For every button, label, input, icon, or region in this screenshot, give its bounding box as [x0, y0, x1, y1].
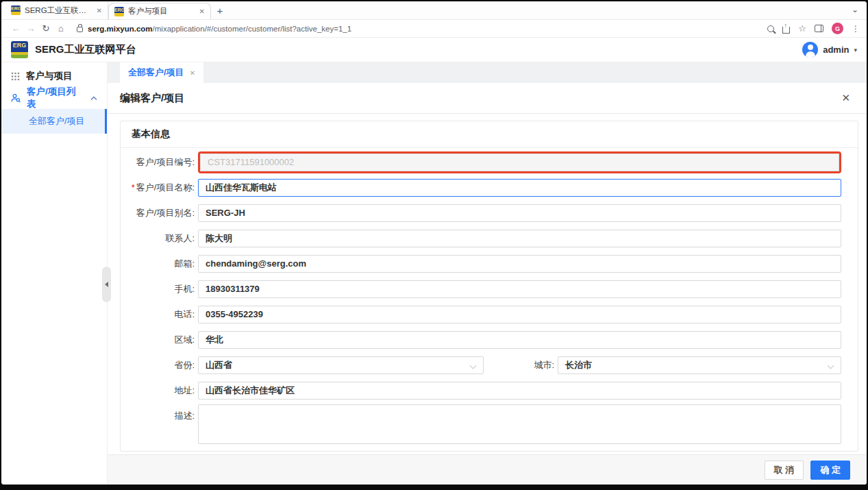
field-label: *客户/项目名称:	[121, 182, 195, 194]
field-label: 描述:	[121, 404, 195, 422]
home-icon[interactable]: ⌂	[53, 23, 69, 34]
sidebar-group-label: 客户与项目	[26, 70, 73, 82]
province-select[interactable]: 山西省	[198, 356, 484, 374]
sidebar: 客户与项目 客户/项目列表 全部客户/项目	[1, 62, 108, 485]
sidebar-collapse-icon[interactable]	[102, 267, 111, 302]
contact-field[interactable]	[198, 230, 841, 247]
browser-window: ERG SERG工业互联网平台 ✕ ERG 客户与项目 ✕ + ⌄ ← → ↻ …	[1, 1, 867, 485]
workspace-tab-all-customers[interactable]: 全部客户/项目 ✕	[120, 62, 203, 83]
form-row-region: 区域:	[121, 327, 841, 352]
chevron-down-icon: ▾	[854, 47, 857, 53]
forward-icon[interactable]: →	[23, 23, 38, 34]
grid-icon	[11, 72, 20, 81]
serg-favicon: ERG	[11, 5, 21, 15]
reload-icon[interactable]: ↻	[38, 23, 53, 34]
field-label: 省份:	[121, 359, 195, 371]
share-icon[interactable]	[782, 27, 790, 34]
app-title: SERG工业互联网平台	[35, 43, 136, 56]
field-label: 电话:	[121, 308, 195, 321]
url-path: /mixapplication/#/customer/customer/list…	[153, 25, 352, 33]
browser-tab-title: 客户与项目	[128, 6, 195, 16]
field-label: 城市:	[484, 359, 554, 371]
workspace-tabbar: 全部客户/项目 ✕	[108, 62, 867, 83]
sidebar-item-customer-list[interactable]: 客户/项目列表	[1, 87, 107, 109]
browser-tab-title: SERG工业互联网平台	[25, 5, 92, 16]
phone-field[interactable]	[198, 306, 841, 323]
annotation-highlight-box	[198, 151, 841, 173]
confirm-button[interactable]: 确 定	[810, 461, 850, 480]
browser-tabstrip: ERG SERG工业互联网平台 ✕ ERG 客户与项目 ✕ + ⌄	[1, 1, 867, 20]
form-row-code: 客户/项目编号:	[121, 149, 841, 175]
province-value: 山西省	[206, 359, 471, 371]
field-label: 客户/项目编号:	[121, 156, 195, 169]
main-area: 全部客户/项目 ✕ 编辑客户/项目 ✕ 基本信息 客户/项目编号:	[108, 62, 867, 485]
edit-drawer: 编辑客户/项目 ✕ 基本信息 客户/项目编号:	[108, 83, 867, 485]
browser-tab-serg[interactable]: ERG SERG工业互联网平台 ✕	[5, 1, 108, 19]
sidebar-group-customers[interactable]: 客户与项目	[1, 65, 107, 87]
field-label: 客户/项目别名:	[121, 207, 195, 219]
form-row-alias: 客户/项目别名:	[121, 200, 841, 225]
drawer-close-icon[interactable]: ✕	[841, 92, 850, 104]
zoom-icon[interactable]	[767, 25, 774, 32]
field-label: 联系人:	[121, 232, 195, 245]
address-bar[interactable]: serg.mixyun.com/mixapplication/#/custome…	[75, 25, 760, 33]
close-icon[interactable]: ✕	[190, 69, 195, 77]
form-row-address: 地址:	[121, 378, 841, 403]
field-label: 手机:	[121, 283, 195, 295]
user-avatar-icon	[802, 42, 818, 58]
user-name: admin	[823, 45, 849, 55]
bookmark-star-icon[interactable]: ☆	[798, 23, 806, 34]
side-panel-icon[interactable]	[815, 25, 823, 32]
sidebar-item-all-customers[interactable]: 全部客户/项目	[1, 109, 107, 134]
chevron-down-icon	[828, 363, 834, 368]
form-row-province-city: 省份: 山西省 城市: 长治市	[121, 352, 841, 378]
mobile-field[interactable]	[198, 280, 841, 298]
url-domain: serg.mixyun.com	[88, 25, 153, 33]
code-field	[200, 154, 839, 171]
email-field[interactable]	[198, 255, 841, 273]
region-field[interactable]	[198, 331, 841, 349]
required-mark: *	[132, 182, 135, 193]
urlbar-actions: ☆ G ⋮	[767, 23, 860, 34]
form-row-mobile: 手机:	[121, 276, 841, 302]
back-icon[interactable]: ←	[8, 23, 23, 34]
tab-close-icon[interactable]: ✕	[97, 7, 102, 14]
address-field[interactable]	[198, 382, 841, 400]
cancel-button[interactable]: 取 消	[765, 461, 804, 480]
name-field[interactable]	[198, 179, 841, 197]
tab-search-chevron-icon[interactable]: ⌄	[852, 5, 858, 14]
alias-field[interactable]	[198, 204, 841, 222]
drawer-footer: 取 消 确 定	[108, 454, 867, 485]
new-tab-button[interactable]: +	[211, 1, 229, 19]
field-label: 区域:	[121, 334, 195, 346]
field-label: 地址:	[121, 384, 195, 397]
user-menu[interactable]: admin ▾	[802, 42, 857, 58]
section-title: 基本信息	[121, 121, 858, 148]
lock-icon	[77, 27, 83, 32]
drawer-header: 编辑客户/项目 ✕	[108, 83, 867, 114]
workspace-tab-label: 全部客户/项目	[128, 66, 184, 79]
drawer-body: 基本信息 客户/项目编号: *	[108, 114, 867, 454]
user-search-icon	[11, 93, 21, 103]
drawer-title: 编辑客户/项目	[120, 92, 184, 105]
chevron-up-icon	[90, 96, 97, 101]
tab-close-icon[interactable]: ✕	[199, 8, 205, 15]
form-row-contact: 联系人:	[121, 225, 841, 251]
form-row-phone: 电话:	[121, 302, 841, 327]
form-row-email: 邮箱:	[121, 251, 841, 276]
basic-info-card: 基本信息 客户/项目编号: *	[120, 121, 858, 452]
browser-menu-icon[interactable]: ⋮	[852, 24, 860, 34]
app-header: ERG SERG工业互联网平台 admin ▾	[1, 38, 867, 62]
city-value: 长治市	[565, 359, 828, 371]
form-rows: 客户/项目编号: *客户/项目名称:	[121, 148, 858, 447]
chevron-down-icon	[471, 363, 476, 368]
form-row-name: *客户/项目名称:	[121, 175, 841, 200]
browser-tab-customer[interactable]: ERG 客户与项目 ✕	[108, 3, 211, 19]
description-field[interactable]	[198, 404, 841, 444]
form-row-description: 描述:	[121, 403, 841, 447]
profile-avatar[interactable]: G	[832, 23, 843, 34]
city-select[interactable]: 长治市	[558, 356, 841, 374]
app-logo: ERG	[11, 41, 28, 58]
field-label: 邮箱:	[121, 258, 195, 270]
sidebar-item-label: 客户/项目列表	[27, 86, 84, 110]
